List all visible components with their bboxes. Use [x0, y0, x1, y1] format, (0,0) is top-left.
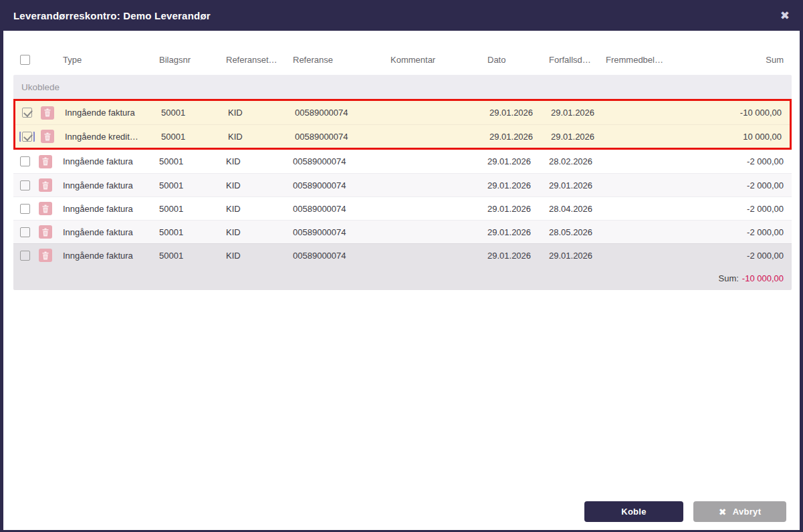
- dialog-title: Leverandørreskontro: Demo Leverandør: [13, 10, 211, 21]
- cell-referansetype: KID: [226, 227, 293, 237]
- cell-forfallsdato: 28.04.2026: [549, 204, 606, 214]
- select-all-checkbox[interactable]: [20, 55, 30, 65]
- table-row[interactable]: Inngående faktura 50001 KID 00589000074 …: [13, 173, 792, 196]
- dialog-footer: Koble ✖ Avbryt: [584, 501, 786, 522]
- cell-sum: -2 000,00: [679, 156, 792, 166]
- trash-icon[interactable]: [41, 106, 54, 120]
- cancel-x-icon: ✖: [719, 507, 727, 517]
- cell-forfallsdato: 28.02.2026: [549, 156, 606, 166]
- column-header-dato[interactable]: Dato: [487, 55, 549, 65]
- table-row[interactable]: Inngående faktura 50001 KID 00589000074 …: [13, 243, 792, 267]
- row-checkbox[interactable]: [22, 108, 32, 118]
- column-header-kommentar[interactable]: Kommentar: [390, 55, 487, 65]
- cell-sum: -2 000,00: [679, 180, 792, 190]
- column-header-sum[interactable]: Sum: [679, 55, 792, 65]
- cell-referansetype: KID: [228, 132, 295, 142]
- dialog-titlebar: Leverandørreskontro: Demo Leverandør ✖: [0, 0, 803, 31]
- cell-bilagsnr: 50001: [159, 204, 226, 214]
- cell-dato: 29.01.2026: [487, 227, 549, 237]
- group-header-label: Ukoblede: [21, 82, 60, 92]
- cell-sum: 10 000,00: [681, 132, 790, 142]
- trash-icon[interactable]: [39, 155, 52, 168]
- column-header-forfallsdato[interactable]: Forfallsd…: [549, 55, 606, 65]
- cell-type: Inngående faktura: [65, 108, 161, 118]
- cell-bilagsnr: 50001: [159, 251, 226, 261]
- dialog-content: Type Bilagsnr Referanset… Referanse Komm…: [3, 31, 800, 530]
- koble-button[interactable]: Koble: [584, 501, 683, 522]
- cell-sum: -2 000,00: [679, 204, 792, 214]
- row-checkbox[interactable]: [20, 204, 30, 214]
- table-body: Inngående faktura 50001 KID 00589000074 …: [13, 99, 792, 267]
- cell-referanse: 00589000074: [293, 227, 390, 237]
- cell-dato: 29.01.2026: [487, 180, 549, 190]
- trash-icon[interactable]: [39, 178, 52, 192]
- table-row[interactable]: Inngående kredit… 50001 KID 00589000074 …: [15, 124, 790, 148]
- table-header-row: Type Bilagsnr Referanset… Referanse Komm…: [13, 44, 792, 75]
- table-row[interactable]: Inngående faktura 50001 KID 00589000074 …: [13, 196, 792, 220]
- trash-icon[interactable]: [39, 225, 52, 239]
- cell-sum: -10 000,00: [681, 108, 790, 118]
- cell-dato: 29.01.2026: [489, 132, 551, 142]
- cell-referanse: 00589000074: [293, 156, 390, 166]
- cell-bilagsnr: 50001: [159, 180, 226, 190]
- cell-referanse: 00589000074: [295, 108, 392, 118]
- column-header-type[interactable]: Type: [63, 55, 159, 65]
- sum-value: -10 000,00: [742, 273, 784, 283]
- cell-referanse: 00589000074: [293, 204, 390, 214]
- cell-forfallsdato: 29.01.2026: [549, 251, 606, 261]
- sum-label: Sum:: [718, 273, 738, 283]
- cell-dato: 29.01.2026: [487, 204, 549, 214]
- cell-bilagsnr: 50001: [159, 227, 226, 237]
- column-header-fremmedbelop[interactable]: Fremmedbel…: [606, 55, 679, 65]
- table-row[interactable]: Inngående faktura 50001 KID 00589000074 …: [13, 150, 792, 173]
- avbryt-button[interactable]: ✖ Avbryt: [693, 501, 786, 522]
- table-row[interactable]: Inngående faktura 50001 KID 00589000074 …: [15, 101, 790, 124]
- row-checkbox[interactable]: [20, 227, 30, 237]
- cell-referansetype: KID: [226, 251, 293, 261]
- cell-type: Inngående faktura: [63, 204, 159, 214]
- cell-dato: 29.01.2026: [487, 251, 549, 261]
- cell-forfallsdato: 28.05.2026: [549, 227, 606, 237]
- row-checkbox[interactable]: [20, 180, 30, 190]
- cell-referansetype: KID: [226, 156, 293, 166]
- selected-rows-group: Inngående faktura 50001 KID 00589000074 …: [13, 99, 792, 150]
- cell-dato: 29.01.2026: [487, 156, 549, 166]
- cell-referansetype: KID: [226, 204, 293, 214]
- row-checkbox[interactable]: [20, 156, 30, 166]
- transactions-table: Type Bilagsnr Referanset… Referanse Komm…: [13, 44, 792, 290]
- column-header-referanse[interactable]: Referanse: [293, 55, 390, 65]
- cell-forfallsdato: 29.01.2026: [551, 108, 608, 118]
- row-checkbox[interactable]: [20, 251, 30, 261]
- cell-sum: -2 000,00: [679, 251, 792, 261]
- cell-type: Inngående faktura: [63, 180, 159, 190]
- column-header-bilagsnr[interactable]: Bilagsnr: [159, 55, 226, 65]
- cell-referansetype: KID: [226, 180, 293, 190]
- sum-row: Sum: -10 000,00: [13, 267, 792, 290]
- cell-forfallsdato: 29.01.2026: [551, 132, 608, 142]
- cell-bilagsnr: 50001: [161, 108, 228, 118]
- cell-dato: 29.01.2026: [489, 108, 551, 118]
- cell-referanse: 00589000074: [293, 251, 390, 261]
- cell-referansetype: KID: [228, 108, 295, 118]
- cell-type: Inngående faktura: [63, 251, 159, 261]
- row-checkbox[interactable]: [22, 132, 32, 142]
- cell-type: Inngående kredit…: [65, 132, 161, 142]
- close-icon[interactable]: ✖: [780, 10, 790, 21]
- cell-type: Inngående faktura: [63, 156, 159, 166]
- group-header-ukoblede[interactable]: Ukoblede: [13, 75, 792, 99]
- trash-icon[interactable]: [41, 130, 54, 143]
- cell-bilagsnr: 50001: [161, 132, 228, 142]
- trash-icon[interactable]: [39, 202, 52, 215]
- cell-referanse: 00589000074: [293, 180, 390, 190]
- cell-bilagsnr: 50001: [159, 156, 226, 166]
- cell-sum: -2 000,00: [679, 227, 792, 237]
- cell-forfallsdato: 29.01.2026: [549, 180, 606, 190]
- column-header-referansetype[interactable]: Referanset…: [226, 55, 293, 65]
- trash-icon[interactable]: [39, 249, 52, 262]
- cell-referanse: 00589000074: [295, 132, 392, 142]
- avbryt-button-label: Avbryt: [733, 507, 762, 517]
- supplier-ledger-dialog: Leverandørreskontro: Demo Leverandør ✖ T…: [0, 0, 803, 532]
- cell-type: Inngående faktura: [63, 227, 159, 237]
- table-row[interactable]: Inngående faktura 50001 KID 00589000074 …: [13, 220, 792, 243]
